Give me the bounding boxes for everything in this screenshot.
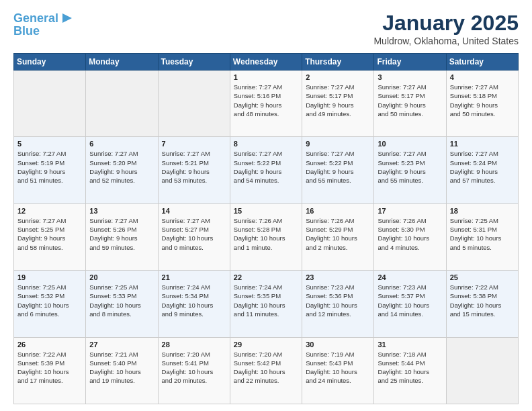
calendar-week-row: 26Sunrise: 7:22 AM Sunset: 5:39 PM Dayli… (14, 337, 519, 404)
day-number: 1 (234, 73, 298, 81)
day-number: 14 (162, 207, 226, 215)
day-number: 7 (162, 140, 226, 148)
calendar-cell: 26Sunrise: 7:22 AM Sunset: 5:39 PM Dayli… (14, 337, 86, 404)
calendar-cell: 12Sunrise: 7:27 AM Sunset: 5:25 PM Dayli… (14, 203, 86, 270)
title-block: January 2025 Muldrow, Oklahoma, United S… (373, 11, 519, 46)
day-number: 12 (17, 207, 82, 215)
weekday-header-sunday: Sunday (14, 54, 86, 71)
day-info: Sunrise: 7:22 AM Sunset: 5:39 PM Dayligh… (17, 350, 82, 385)
calendar-cell: 18Sunrise: 7:25 AM Sunset: 5:31 PM Dayli… (446, 203, 518, 270)
calendar-cell: 24Sunrise: 7:23 AM Sunset: 5:37 PM Dayli… (374, 271, 446, 337)
day-info: Sunrise: 7:27 AM Sunset: 5:22 PM Dayligh… (306, 149, 370, 185)
day-number: 28 (162, 340, 226, 349)
day-number: 10 (378, 140, 442, 148)
day-number: 27 (89, 340, 154, 349)
day-number: 24 (378, 273, 442, 281)
day-number: 25 (450, 273, 515, 281)
day-info: Sunrise: 7:27 AM Sunset: 5:16 PM Dayligh… (234, 83, 298, 118)
day-info: Sunrise: 7:20 AM Sunset: 5:41 PM Dayligh… (162, 350, 226, 385)
day-number: 26 (17, 340, 82, 349)
day-info: Sunrise: 7:24 AM Sunset: 5:34 PM Dayligh… (162, 283, 226, 318)
calendar-cell: 25Sunrise: 7:22 AM Sunset: 5:38 PM Dayli… (446, 271, 518, 337)
page: General Blue January 2025 Muldrow, Oklah… (0, 0, 532, 411)
day-info: Sunrise: 7:26 AM Sunset: 5:28 PM Dayligh… (234, 216, 298, 252)
day-info: Sunrise: 7:24 AM Sunset: 5:35 PM Dayligh… (234, 283, 298, 318)
weekday-header-monday: Monday (86, 54, 158, 71)
calendar-header-row: SundayMondayTuesdayWednesdayThursdayFrid… (14, 54, 519, 71)
weekday-header-wednesday: Wednesday (230, 54, 302, 71)
day-info: Sunrise: 7:27 AM Sunset: 5:22 PM Dayligh… (234, 149, 298, 185)
day-info: Sunrise: 7:26 AM Sunset: 5:29 PM Dayligh… (306, 216, 370, 252)
calendar-week-row: 19Sunrise: 7:25 AM Sunset: 5:32 PM Dayli… (14, 271, 519, 337)
day-number: 15 (234, 207, 298, 215)
day-number: 29 (234, 340, 298, 349)
calendar-cell: 10Sunrise: 7:27 AM Sunset: 5:23 PM Dayli… (374, 137, 446, 203)
day-info: Sunrise: 7:27 AM Sunset: 5:26 PM Dayligh… (89, 216, 154, 252)
day-info: Sunrise: 7:20 AM Sunset: 5:42 PM Dayligh… (234, 350, 298, 385)
calendar-cell (158, 71, 230, 137)
calendar-cell: 29Sunrise: 7:20 AM Sunset: 5:42 PM Dayli… (230, 337, 302, 404)
day-info: Sunrise: 7:18 AM Sunset: 5:44 PM Dayligh… (378, 350, 442, 385)
day-info: Sunrise: 7:22 AM Sunset: 5:38 PM Dayligh… (450, 283, 515, 318)
day-info: Sunrise: 7:27 AM Sunset: 5:18 PM Dayligh… (450, 83, 515, 118)
logo: General Blue (13, 11, 73, 38)
calendar-cell: 11Sunrise: 7:27 AM Sunset: 5:24 PM Dayli… (446, 137, 518, 203)
calendar-cell: 7Sunrise: 7:27 AM Sunset: 5:21 PM Daylig… (158, 137, 230, 203)
day-info: Sunrise: 7:27 AM Sunset: 5:24 PM Dayligh… (450, 149, 515, 185)
calendar-cell (446, 337, 518, 404)
logo-text: General (13, 12, 58, 26)
calendar-week-row: 12Sunrise: 7:27 AM Sunset: 5:25 PM Dayli… (14, 203, 519, 270)
calendar-cell: 13Sunrise: 7:27 AM Sunset: 5:26 PM Dayli… (86, 203, 158, 270)
weekday-header-friday: Friday (374, 54, 446, 71)
day-info: Sunrise: 7:27 AM Sunset: 5:17 PM Dayligh… (306, 83, 370, 118)
day-number: 21 (162, 273, 226, 281)
calendar-cell: 15Sunrise: 7:26 AM Sunset: 5:28 PM Dayli… (230, 203, 302, 270)
logo-arrow-icon (61, 12, 73, 24)
subtitle: Muldrow, Oklahoma, United States (373, 36, 519, 46)
day-number: 19 (17, 273, 82, 281)
calendar-cell: 5Sunrise: 7:27 AM Sunset: 5:19 PM Daylig… (14, 137, 86, 203)
calendar-cell (14, 71, 86, 137)
calendar-cell: 22Sunrise: 7:24 AM Sunset: 5:35 PM Dayli… (230, 271, 302, 337)
day-info: Sunrise: 7:25 AM Sunset: 5:31 PM Dayligh… (450, 216, 515, 252)
day-number: 9 (306, 140, 370, 148)
calendar-week-row: 5Sunrise: 7:27 AM Sunset: 5:19 PM Daylig… (14, 137, 519, 203)
day-number: 4 (450, 73, 515, 81)
day-info: Sunrise: 7:23 AM Sunset: 5:36 PM Dayligh… (306, 283, 370, 318)
calendar-cell: 6Sunrise: 7:27 AM Sunset: 5:20 PM Daylig… (86, 137, 158, 203)
calendar-week-row: 1Sunrise: 7:27 AM Sunset: 5:16 PM Daylig… (14, 71, 519, 137)
day-number: 11 (450, 140, 515, 148)
calendar-cell: 4Sunrise: 7:27 AM Sunset: 5:18 PM Daylig… (446, 71, 518, 137)
calendar-cell: 28Sunrise: 7:20 AM Sunset: 5:41 PM Dayli… (158, 337, 230, 404)
calendar-cell: 8Sunrise: 7:27 AM Sunset: 5:22 PM Daylig… (230, 137, 302, 203)
calendar-cell: 27Sunrise: 7:21 AM Sunset: 5:40 PM Dayli… (86, 337, 158, 404)
calendar-cell: 19Sunrise: 7:25 AM Sunset: 5:32 PM Dayli… (14, 271, 86, 337)
day-info: Sunrise: 7:26 AM Sunset: 5:30 PM Dayligh… (378, 216, 442, 252)
svg-marker-0 (62, 13, 72, 23)
day-info: Sunrise: 7:21 AM Sunset: 5:40 PM Dayligh… (89, 350, 154, 385)
day-number: 3 (378, 73, 442, 81)
calendar-cell: 21Sunrise: 7:24 AM Sunset: 5:34 PM Dayli… (158, 271, 230, 337)
day-number: 8 (234, 140, 298, 148)
day-info: Sunrise: 7:25 AM Sunset: 5:32 PM Dayligh… (17, 283, 82, 318)
calendar-cell: 2Sunrise: 7:27 AM Sunset: 5:17 PM Daylig… (302, 71, 374, 137)
day-info: Sunrise: 7:25 AM Sunset: 5:33 PM Dayligh… (89, 283, 154, 318)
calendar-cell: 1Sunrise: 7:27 AM Sunset: 5:16 PM Daylig… (230, 71, 302, 137)
day-info: Sunrise: 7:27 AM Sunset: 5:19 PM Dayligh… (17, 149, 82, 185)
day-number: 22 (234, 273, 298, 281)
day-number: 20 (89, 273, 154, 281)
day-info: Sunrise: 7:27 AM Sunset: 5:25 PM Dayligh… (17, 216, 82, 252)
main-title: January 2025 (373, 11, 519, 36)
calendar-cell: 14Sunrise: 7:27 AM Sunset: 5:27 PM Dayli… (158, 203, 230, 270)
day-number: 30 (306, 340, 370, 349)
day-number: 23 (306, 273, 370, 281)
day-number: 13 (89, 207, 154, 215)
calendar-cell (86, 71, 158, 137)
day-number: 31 (378, 340, 442, 349)
day-number: 18 (450, 207, 515, 215)
day-info: Sunrise: 7:23 AM Sunset: 5:37 PM Dayligh… (378, 283, 442, 318)
weekday-header-tuesday: Tuesday (158, 54, 230, 71)
day-info: Sunrise: 7:27 AM Sunset: 5:20 PM Dayligh… (89, 149, 154, 185)
day-number: 2 (306, 73, 370, 81)
calendar-table: SundayMondayTuesdayWednesdayThursdayFrid… (13, 53, 519, 404)
